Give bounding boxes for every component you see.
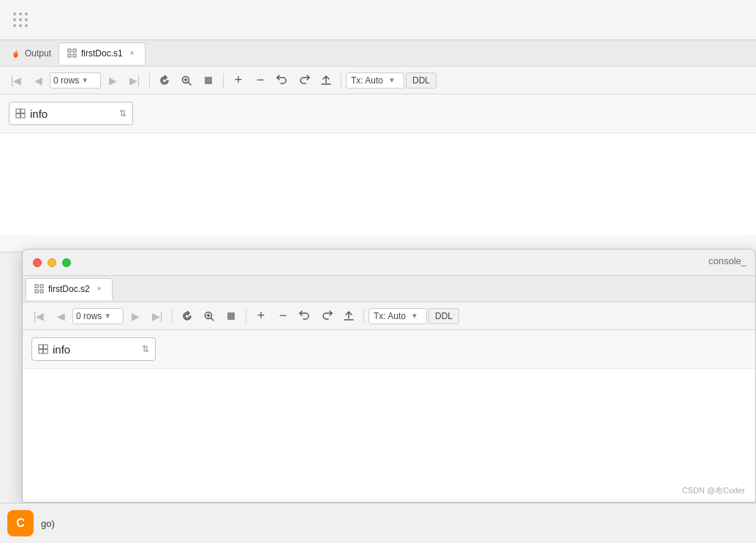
- rows-chevron-1: ▼: [81, 76, 88, 84]
- svg-rect-15: [35, 290, 38, 293]
- zoom-button-1[interactable]: [176, 71, 197, 90]
- svg-rect-25: [44, 350, 48, 354]
- table-selector-2: info ⇅: [23, 330, 755, 368]
- dock-app-icon[interactable]: C: [7, 510, 34, 536]
- table-sort-icon-2: ⇅: [142, 344, 149, 354]
- prev-page-button-2[interactable]: ◀: [50, 307, 71, 326]
- tab-close-s2[interactable]: ×: [94, 284, 105, 294]
- sep-4: [172, 309, 173, 323]
- svg-rect-16: [40, 290, 43, 293]
- tab-firstdoc-s2-label: firstDoc.s2: [48, 284, 90, 294]
- svg-rect-8: [205, 77, 212, 84]
- toolbar-1: |◀ ◀ 0 rows ▼ ▶ ▶| + −: [0, 67, 756, 94]
- redo-button-2[interactable]: [317, 307, 337, 326]
- redo-button-1[interactable]: [294, 71, 314, 90]
- table-selector-box-1[interactable]: info ⇅: [9, 102, 133, 125]
- tab-firstdoc-s1[interactable]: firstDoc.s1 ×: [58, 42, 145, 64]
- dot-8: [19, 24, 22, 27]
- sep-1: [149, 73, 150, 88]
- svg-rect-14: [40, 285, 43, 288]
- traffic-lights-bar: console_: [23, 250, 755, 276]
- svg-rect-2: [68, 54, 71, 57]
- tab-close-s1[interactable]: ×: [127, 48, 137, 59]
- table-selector-box-2[interactable]: info ⇅: [31, 337, 156, 361]
- tx-label-2: Tx: Auto: [374, 311, 406, 321]
- ddl-button-2[interactable]: DDL: [428, 308, 459, 324]
- stop-button-2[interactable]: [221, 307, 241, 326]
- rows-chevron-2: ▼: [104, 312, 111, 320]
- stop-button-1[interactable]: [198, 71, 219, 90]
- tab-firstdoc-s1-label: firstDoc.s1: [81, 48, 123, 59]
- rows-control-2[interactable]: 0 rows ▼: [72, 308, 124, 324]
- refresh-button-1[interactable]: [154, 71, 175, 90]
- last-page-button[interactable]: ▶|: [124, 71, 145, 90]
- remove-row-button-2[interactable]: −: [273, 307, 293, 326]
- zoom-button-2[interactable]: [199, 307, 219, 326]
- dock-bar: C go): [0, 503, 756, 543]
- svg-rect-21: [227, 312, 235, 320]
- dot-1: [13, 12, 16, 15]
- svg-rect-23: [44, 345, 48, 349]
- content-area-1: [0, 132, 756, 235]
- rows-label-2: 0 rows: [76, 311, 102, 321]
- table-grid-icon-1: [15, 108, 26, 119]
- tx-chevron-2: ▼: [411, 312, 418, 320]
- dock-icon-label: C: [16, 517, 25, 530]
- first-page-button[interactable]: |◀: [6, 71, 26, 90]
- window-2-title: console_: [708, 255, 746, 266]
- grid-icon-tab2: [34, 284, 44, 294]
- svg-rect-3: [73, 54, 76, 57]
- next-page-button[interactable]: ▶: [102, 71, 123, 90]
- refresh-button-2[interactable]: [177, 307, 197, 326]
- toolbar-2: |◀ ◀ 0 rows ▼ ▶ ▶| + −: [23, 302, 755, 330]
- maximize-traffic-light[interactable]: [62, 258, 71, 267]
- svg-line-5: [189, 82, 192, 85]
- tab-bar-2: firstDoc.s2 ×: [23, 276, 755, 302]
- dot-3: [25, 12, 28, 15]
- dot-5: [19, 18, 22, 21]
- svg-rect-10: [21, 109, 26, 113]
- top-bar: [0, 0, 756, 40]
- first-page-button-2[interactable]: |◀: [29, 307, 49, 326]
- undo-button-1[interactable]: [272, 71, 292, 90]
- sep-2: [223, 73, 224, 88]
- table-name-2: info: [53, 343, 70, 356]
- sep-5: [246, 309, 246, 323]
- last-page-button-2[interactable]: ▶|: [147, 307, 167, 326]
- upload-button-1[interactable]: [316, 71, 336, 90]
- prev-page-button[interactable]: ◀: [28, 71, 48, 90]
- upload-button-2[interactable]: [339, 307, 359, 326]
- add-row-button-2[interactable]: +: [251, 307, 271, 326]
- svg-rect-24: [39, 350, 43, 354]
- close-traffic-light[interactable]: [33, 258, 42, 267]
- tx-control-2[interactable]: Tx: Auto ▼: [368, 308, 427, 324]
- content-area-2: [23, 368, 755, 500]
- rows-label-1: 0 rows: [53, 75, 79, 86]
- minimize-traffic-light[interactable]: [48, 258, 56, 267]
- next-page-button-2[interactable]: ▶: [125, 307, 145, 326]
- svg-rect-13: [35, 285, 38, 288]
- dot-7: [13, 24, 16, 27]
- dot-2: [19, 12, 22, 15]
- add-row-button-1[interactable]: +: [228, 71, 249, 90]
- svg-rect-22: [39, 345, 43, 349]
- table-grid-icon-2: [38, 344, 48, 354]
- svg-rect-12: [21, 114, 26, 119]
- tab-firstdoc-s2[interactable]: firstDoc.s2 ×: [26, 278, 113, 300]
- tx-control-1[interactable]: Tx: Auto ▼: [346, 72, 404, 89]
- menu-dots[interactable]: [7, 7, 34, 33]
- sep-3: [341, 73, 341, 88]
- table-sort-icon-1: ⇅: [119, 108, 126, 119]
- tx-label-1: Tx: Auto: [351, 75, 383, 86]
- watermark: CSDN @布Coder: [682, 485, 745, 496]
- undo-button-2[interactable]: [295, 307, 315, 326]
- tab-output[interactable]: Output: [3, 42, 58, 64]
- grid-icon-tab1: [67, 48, 77, 59]
- panel-1: Output firstDoc.s1 × |◀ ◀ 0 rows ▼ ▶ ▶|: [0, 40, 756, 252]
- panel-2: console_ firstDoc.s2 × |◀ ◀ 0 rows ▼ ▶ ▶…: [22, 249, 756, 503]
- remove-row-button-1[interactable]: −: [250, 71, 271, 90]
- ddl-button-1[interactable]: DDL: [406, 72, 436, 89]
- rows-control-1[interactable]: 0 rows ▼: [50, 72, 101, 89]
- dot-6: [25, 18, 28, 21]
- svg-rect-0: [68, 49, 71, 52]
